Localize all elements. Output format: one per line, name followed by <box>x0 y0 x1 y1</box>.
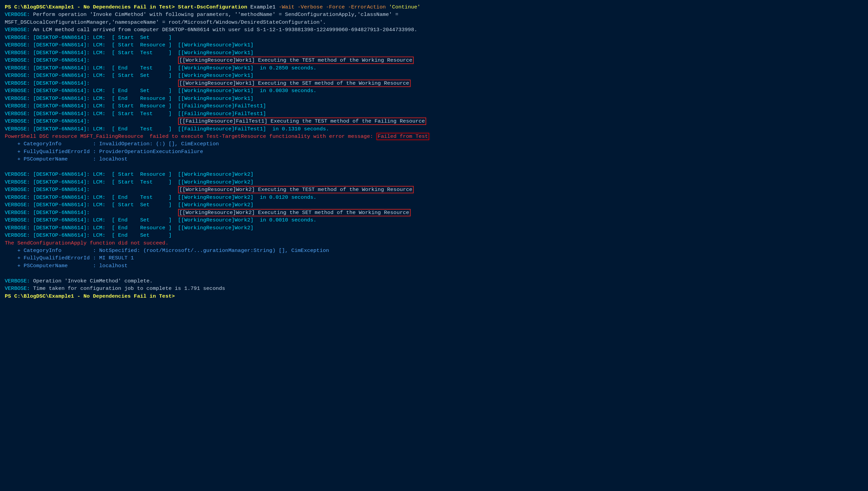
line-2: VERBOSE: Perform operation 'Invoke CimMe… <box>5 11 863 18</box>
line-cat2: + FullyQualifiedErrorId : ProviderOperat… <box>5 148 863 155</box>
terminal-window: PS C:\BlogDSC\Example1 - No Dependencies… <box>5 3 863 300</box>
line-22: VERBOSE: [DESKTOP-6NN8614]: LCM: [ Start… <box>5 201 863 209</box>
line-3: MSFT_DSCLocalConfigurationManager,'names… <box>5 19 863 26</box>
line-19: VERBOSE: [DESKTOP-6NN8614]: LCM: [ Start… <box>5 178 863 186</box>
line-17: VERBOSE: [DESKTOP-6NN8614]: LCM: [ End T… <box>5 125 863 133</box>
line-13: VERBOSE: [DESKTOP-6NN8614]: LCM: [ End R… <box>5 95 863 102</box>
line-14: VERBOSE: [DESKTOP-6NN8614]: LCM: [ Start… <box>5 102 863 110</box>
line-err2-cat1: + CategoryInfo : NotSpecified: (root/Mic… <box>5 247 863 254</box>
line-prompt-end: PS C:\BlogDSC\Example1 - No Dependencies… <box>5 293 863 300</box>
line-28: VERBOSE: Time taken for configuration jo… <box>5 285 863 292</box>
line-4: VERBOSE: An LCM method call arrived from… <box>5 26 863 34</box>
line-9: VERBOSE: [DESKTOP-6NN8614]: LCM: [ End T… <box>5 64 863 72</box>
line-20: VERBOSE: [DESKTOP-6NN8614]: [[WorkingRes… <box>5 186 863 193</box>
line-7: VERBOSE: [DESKTOP-6NN8614]: LCM: [ Start… <box>5 49 863 57</box>
line-6: VERBOSE: [DESKTOP-6NN8614]: LCM: [ Start… <box>5 41 863 49</box>
line-8: VERBOSE: [DESKTOP-6NN8614]: [[WorkingRes… <box>5 57 863 64</box>
line-err2-cat2: + FullyQualifiedErrorId : MI RESULT 1 <box>5 254 863 262</box>
line-26: VERBOSE: [DESKTOP-6NN8614]: LCM: [ End S… <box>5 232 863 239</box>
line-24: VERBOSE: [DESKTOP-6NN8614]: LCM: [ End S… <box>5 216 863 224</box>
line-cat1: + CategoryInfo : InvalidOperation: (:) [… <box>5 140 863 148</box>
line-27: VERBOSE: Operation 'Invoke CimMethod' co… <box>5 277 863 285</box>
blank-1 <box>5 163 863 171</box>
blank-2 <box>5 270 863 277</box>
line-23: VERBOSE: [DESKTOP-6NN8614]: [[WorkingRes… <box>5 209 863 216</box>
line-5: VERBOSE: [DESKTOP-6NN8614]: LCM: [ Start… <box>5 34 863 41</box>
line-12: VERBOSE: [DESKTOP-6NN8614]: LCM: [ End S… <box>5 87 863 94</box>
line-21: VERBOSE: [DESKTOP-6NN8614]: LCM: [ End T… <box>5 194 863 201</box>
line-18: VERBOSE: [DESKTOP-6NN8614]: LCM: [ Start… <box>5 171 863 178</box>
line-11: VERBOSE: [DESKTOP-6NN8614]: [[WorkingRes… <box>5 80 863 87</box>
line-10: VERBOSE: [DESKTOP-6NN8614]: LCM: [ Start… <box>5 72 863 79</box>
line-16: VERBOSE: [DESKTOP-6NN8614]: [[FailingRes… <box>5 118 863 125</box>
line-15: VERBOSE: [DESKTOP-6NN8614]: LCM: [ Start… <box>5 110 863 118</box>
line-cat3: + PSComputerName : localhost <box>5 155 863 163</box>
line-send-fail: The SendConfigurationApply function did … <box>5 239 863 247</box>
line-error-main: PowerShell DSC resource MSFT_FailingReso… <box>5 133 863 140</box>
line-1: PS C:\BlogDSC\Example1 - No Dependencies… <box>5 3 863 11</box>
line-25: VERBOSE: [DESKTOP-6NN8614]: LCM: [ End R… <box>5 224 863 232</box>
line-err2-cat3: + PSComputerName : localhost <box>5 262 863 270</box>
